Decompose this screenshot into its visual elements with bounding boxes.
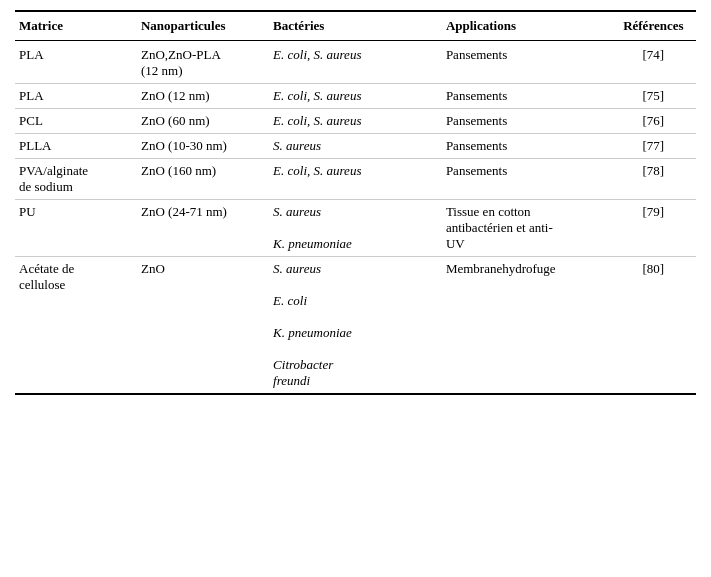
cell-bacteries: S. aureus <box>269 134 442 159</box>
cell-bacteries: E. coli, S. aureus <box>269 159 442 200</box>
table-row: PLLAZnO (10-30 nm)S. aureusPansements[77… <box>15 134 696 159</box>
cell-bacteries: E. coli, S. aureus <box>269 109 442 134</box>
table-row: Acétate de celluloseZnOS. aureusE. coliK… <box>15 257 696 395</box>
cell-reference: [80] <box>615 257 696 395</box>
header-nanoparticules: Nanoparticules <box>137 11 269 41</box>
cell-applications: Membranehydrofuge <box>442 257 615 395</box>
cell-bacteries: E. coli, S. aureus <box>269 84 442 109</box>
cell-matrice: PVA/alginate de sodium <box>15 159 137 200</box>
cell-nanoparticules: ZnO <box>137 257 269 395</box>
cell-applications: Tissue en cotton antibactérien et anti- … <box>442 200 615 257</box>
table-row: PLAZnO,ZnO-PLA (12 nm)E. coli, S. aureus… <box>15 41 696 84</box>
header-matrice: Matrice <box>15 11 137 41</box>
table-row: PCLZnO (60 nm)E. coli, S. aureusPansemen… <box>15 109 696 134</box>
cell-matrice: Acétate de cellulose <box>15 257 137 395</box>
cell-matrice: PCL <box>15 109 137 134</box>
cell-applications: Pansements <box>442 41 615 84</box>
cell-nanoparticules: ZnO (24-71 nm) <box>137 200 269 257</box>
cell-nanoparticules: ZnO (60 nm) <box>137 109 269 134</box>
cell-matrice: PU <box>15 200 137 257</box>
cell-bacteries: S. aureusE. coliK. pneumoniaeCitrobacter… <box>269 257 442 395</box>
cell-matrice: PLA <box>15 41 137 84</box>
cell-reference: [77] <box>615 134 696 159</box>
cell-reference: [76] <box>615 109 696 134</box>
cell-matrice: PLLA <box>15 134 137 159</box>
cell-applications: Pansements <box>442 159 615 200</box>
cell-matrice: PLA <box>15 84 137 109</box>
cell-bacteries: S. aureusK. pneumoniae <box>269 200 442 257</box>
header-references: Références <box>615 11 696 41</box>
cell-nanoparticules: ZnO (10-30 nm) <box>137 134 269 159</box>
cell-applications: Pansements <box>442 109 615 134</box>
cell-reference: [78] <box>615 159 696 200</box>
cell-reference: [79] <box>615 200 696 257</box>
cell-nanoparticules: ZnO (12 nm) <box>137 84 269 109</box>
main-table: Matrice Nanoparticules Bactéries Applica… <box>15 10 696 395</box>
cell-reference: [74] <box>615 41 696 84</box>
table-row: PLAZnO (12 nm)E. coli, S. aureusPansemen… <box>15 84 696 109</box>
cell-nanoparticules: ZnO,ZnO-PLA (12 nm) <box>137 41 269 84</box>
cell-bacteries: E. coli, S. aureus <box>269 41 442 84</box>
cell-applications: Pansements <box>442 134 615 159</box>
table-row: PUZnO (24-71 nm)S. aureusK. pneumoniaeTi… <box>15 200 696 257</box>
cell-applications: Pansements <box>442 84 615 109</box>
header-applications: Applications <box>442 11 615 41</box>
cell-nanoparticules: ZnO (160 nm) <box>137 159 269 200</box>
table-row: PVA/alginate de sodiumZnO (160 nm)E. col… <box>15 159 696 200</box>
cell-reference: [75] <box>615 84 696 109</box>
header-bacteries: Bactéries <box>269 11 442 41</box>
